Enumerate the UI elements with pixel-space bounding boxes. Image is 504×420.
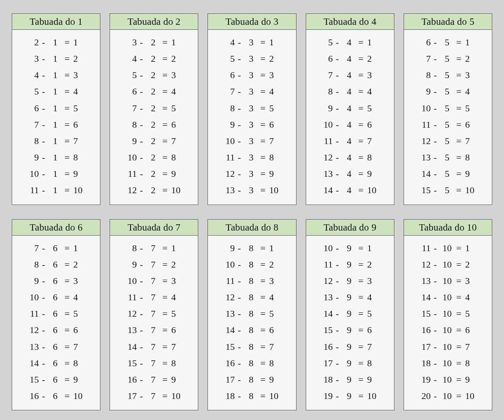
- tabuada-row: 12-3=9: [214, 165, 290, 182]
- operator: -: [430, 50, 440, 67]
- result: 1: [268, 240, 284, 256]
- minuend: 15: [318, 322, 333, 338]
- tabuada-title-number: 6: [78, 222, 83, 233]
- equals: =: [160, 388, 170, 404]
- result: 1: [170, 34, 186, 50]
- subtrahend: 5: [440, 50, 454, 67]
- tabuada-card-body: 4-3=15-3=26-3=37-3=48-3=59-3=610-3=711-3…: [208, 30, 296, 205]
- operator: -: [39, 339, 48, 355]
- equals: =: [63, 289, 72, 305]
- subtrahend: 4: [342, 133, 356, 149]
- operator: -: [333, 339, 342, 355]
- result: 7: [268, 339, 284, 355]
- subtrahend: 7: [146, 273, 160, 289]
- result: 9: [268, 371, 284, 388]
- minuend: 10: [318, 116, 333, 133]
- equals: =: [356, 34, 365, 50]
- subtrahend: 9: [342, 339, 356, 355]
- equals: =: [160, 289, 170, 305]
- result: 6: [170, 322, 186, 338]
- subtrahend: 2: [146, 83, 160, 100]
- minuend: 16: [220, 355, 235, 371]
- result: 1: [170, 240, 186, 256]
- tabuada-title-prefix: Tabuada do: [226, 222, 271, 233]
- minuend: 11: [220, 273, 235, 289]
- tabuada-row: 12-9=3: [312, 273, 388, 289]
- tabuada-row: 8-7=1: [116, 240, 192, 256]
- minuend: 11: [318, 133, 333, 149]
- tabuada-row: 3-1=2: [18, 50, 94, 67]
- subtrahend: 7: [146, 256, 160, 273]
- equals: =: [63, 355, 72, 371]
- operator: -: [430, 116, 440, 133]
- minuend: 9: [220, 116, 235, 133]
- minuend: 10: [25, 289, 39, 305]
- equals: =: [258, 256, 268, 273]
- result: 6: [463, 116, 479, 133]
- subtrahend: 1: [48, 50, 63, 67]
- result: 8: [72, 149, 88, 165]
- operator: -: [137, 388, 146, 404]
- minuend: 11: [318, 256, 333, 273]
- result: 3: [365, 273, 381, 289]
- equals: =: [160, 322, 170, 338]
- tabuada-row: 9-2=7: [116, 133, 192, 149]
- equals: =: [63, 371, 72, 388]
- result: 3: [463, 67, 479, 83]
- minuend: 18: [318, 371, 333, 388]
- equals: =: [63, 34, 72, 50]
- result: 5: [170, 305, 186, 322]
- tabuada-title-number: 2: [176, 16, 181, 27]
- result: 2: [72, 256, 88, 273]
- result: 9: [72, 371, 88, 388]
- operator: -: [235, 355, 244, 371]
- equals: =: [356, 355, 365, 371]
- subtrahend: 6: [48, 240, 63, 256]
- equals: =: [356, 289, 365, 305]
- equals: =: [258, 100, 268, 116]
- operator: -: [333, 100, 342, 116]
- minuend: 14: [318, 182, 333, 198]
- subtrahend: 3: [244, 83, 258, 100]
- equals: =: [160, 256, 170, 273]
- result: 1: [72, 240, 88, 256]
- result: 5: [365, 305, 381, 322]
- minuend: 17: [416, 339, 430, 355]
- minuend: 9: [220, 240, 235, 256]
- tabuada-row: 11-5=6: [410, 116, 486, 133]
- tabuada-card-header: Tabuada do 1: [12, 14, 100, 30]
- equals: =: [160, 165, 170, 182]
- subtrahend: 9: [342, 371, 356, 388]
- tabuada-row: 14-4=10: [312, 182, 388, 198]
- minuend: 12: [416, 256, 430, 273]
- subtrahend: 6: [48, 273, 63, 289]
- minuend: 8: [220, 100, 235, 116]
- subtrahend: 10: [440, 322, 454, 338]
- tabuada-row: 15-6=9: [18, 371, 94, 388]
- tabuada-row: 18-8=10: [214, 388, 290, 404]
- operator: -: [333, 355, 342, 371]
- tabuada-title-prefix: Tabuada do: [421, 16, 467, 27]
- subtrahend: 10: [440, 289, 454, 305]
- equals: =: [454, 116, 463, 133]
- minuend: 11: [416, 116, 430, 133]
- tabuada-row: 17-9=8: [312, 355, 388, 371]
- subtrahend: 10: [440, 355, 454, 371]
- subtrahend: 1: [48, 165, 63, 182]
- tabuada-row: 10-5=5: [410, 100, 486, 116]
- tabuada-row: 6-3=3: [214, 67, 290, 83]
- result: 6: [365, 322, 381, 338]
- equals: =: [160, 100, 170, 116]
- tabuada-row: 15-5=10: [410, 182, 486, 198]
- operator: -: [333, 273, 342, 289]
- result: 6: [365, 116, 381, 133]
- result: 2: [72, 50, 88, 67]
- result: 1: [365, 34, 381, 50]
- operator: -: [333, 289, 342, 305]
- result: 6: [463, 322, 479, 338]
- tabuada-row: 11-10=1: [410, 240, 486, 256]
- tabuada-card-4: Tabuada do 45-4=16-4=27-4=38-4=49-4=510-…: [306, 13, 394, 205]
- minuend: 2: [25, 34, 39, 50]
- minuend: 6: [220, 67, 235, 83]
- subtrahend: 3: [244, 100, 258, 116]
